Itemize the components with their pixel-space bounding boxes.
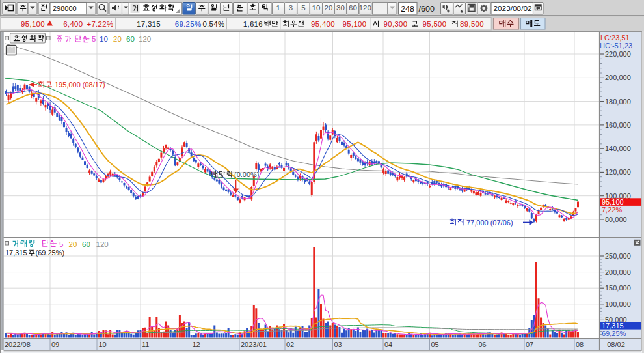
svg-text:09: 09 <box>51 341 59 348</box>
svg-text:120: 120 <box>359 4 371 12</box>
svg-text:200,000: 200,000 <box>605 268 631 276</box>
svg-text:+7.22%: +7.22% <box>87 20 113 28</box>
svg-text:(69.25%): (69.25%) <box>36 249 65 257</box>
svg-text:06: 06 <box>479 341 487 348</box>
svg-text:180,000: 180,000 <box>605 98 631 106</box>
svg-text:08/02: 08/02 <box>607 341 625 348</box>
svg-text:20: 20 <box>325 4 333 12</box>
svg-text:95,500: 95,500 <box>423 20 447 28</box>
svg-text:20: 20 <box>69 240 77 248</box>
svg-text:2023/08/02: 2023/08/02 <box>494 4 532 13</box>
svg-text:140,000: 140,000 <box>605 145 631 152</box>
svg-text:60: 60 <box>82 240 90 248</box>
svg-text:2023/01: 2023/01 <box>241 341 267 348</box>
svg-text:7,22%: 7,22% <box>602 206 622 214</box>
svg-text:10: 10 <box>312 4 321 12</box>
svg-text:95,100: 95,100 <box>343 20 367 28</box>
svg-text:20: 20 <box>113 35 122 43</box>
svg-text:3: 3 <box>289 4 293 12</box>
svg-text:95,400: 95,400 <box>311 20 335 28</box>
svg-text:160,000: 160,000 <box>605 121 631 129</box>
svg-text:17,315: 17,315 <box>602 322 624 330</box>
svg-text:0.54%: 0.54% <box>202 20 224 28</box>
svg-text:100,000: 100,000 <box>605 300 631 308</box>
svg-text:05: 05 <box>431 341 439 348</box>
svg-text:200,000: 200,000 <box>605 74 631 81</box>
svg-text:02: 02 <box>286 341 294 348</box>
svg-text:5: 5 <box>92 35 96 43</box>
svg-text:2022/08: 2022/08 <box>5 341 31 348</box>
svg-text:69.25%: 69.25% <box>175 20 202 28</box>
svg-text:90,300: 90,300 <box>384 20 408 28</box>
svg-text:10: 10 <box>99 341 107 348</box>
svg-text:298000: 298000 <box>53 5 77 12</box>
svg-text:150,000: 150,000 <box>605 284 631 292</box>
svg-text:6,400: 6,400 <box>63 20 83 28</box>
svg-text:03: 03 <box>334 341 342 348</box>
svg-text:17,315: 17,315 <box>137 20 161 28</box>
svg-text:12: 12 <box>193 341 200 348</box>
svg-text:30: 30 <box>336 4 345 12</box>
svg-text:60: 60 <box>126 35 135 43</box>
svg-text:17,315: 17,315 <box>5 249 27 257</box>
svg-text:04: 04 <box>384 341 392 348</box>
svg-text:89,500: 89,500 <box>460 20 484 28</box>
svg-text:HC:-51,23: HC:-51,23 <box>600 42 632 49</box>
svg-text:1,616: 1,616 <box>243 20 263 28</box>
svg-text:69,25%: 69,25% <box>602 330 626 337</box>
svg-text:120,000: 120,000 <box>605 168 631 176</box>
svg-text:95,100: 95,100 <box>602 198 624 206</box>
svg-text:77,000 (07/06): 77,000 (07/06) <box>466 219 513 227</box>
svg-text:1: 1 <box>276 4 280 12</box>
svg-text:95,100: 95,100 <box>21 20 45 28</box>
svg-text:80,000: 80,000 <box>605 216 627 223</box>
svg-text:120: 120 <box>139 35 151 43</box>
svg-text:248: 248 <box>401 5 414 14</box>
svg-text:60: 60 <box>349 4 357 12</box>
svg-text:08: 08 <box>576 341 584 348</box>
svg-text:10: 10 <box>100 35 108 43</box>
svg-text:5: 5 <box>59 240 63 248</box>
svg-text:5: 5 <box>301 4 305 12</box>
svg-text:11: 11 <box>142 341 149 348</box>
svg-text:250,000: 250,000 <box>605 252 631 260</box>
svg-text:(0.00%): (0.00%) <box>234 171 260 178</box>
svg-text:120: 120 <box>96 240 109 248</box>
svg-text:195,000 (08/17): 195,000 (08/17) <box>55 81 105 89</box>
svg-text:LC:23,51: LC:23,51 <box>600 34 630 42</box>
svg-text:220,000: 220,000 <box>605 50 631 58</box>
svg-text:07: 07 <box>526 341 533 348</box>
svg-text:/600: /600 <box>419 5 435 14</box>
